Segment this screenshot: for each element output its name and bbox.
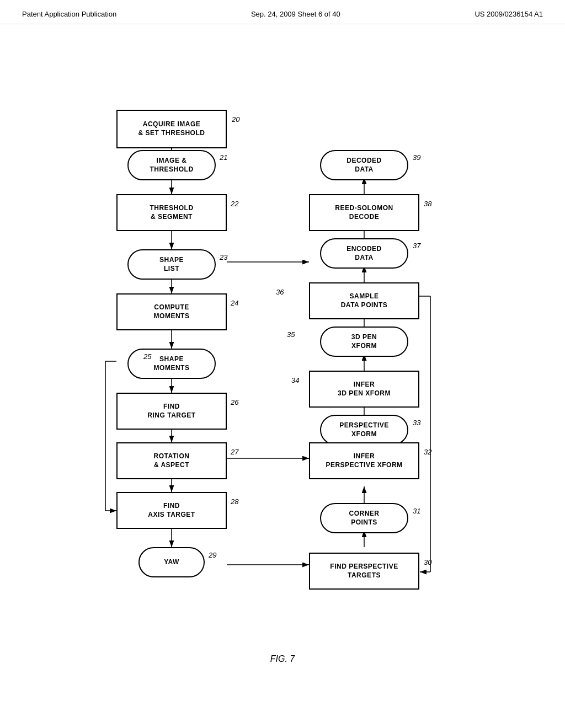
node-encoded-data: ENCODED DATA (320, 238, 408, 269)
node-image-threshold: IMAGE & THRESHOLD (127, 150, 216, 180)
node-corner-points: CORNER POINTS (320, 503, 408, 533)
label-39: 39 (413, 153, 420, 162)
node-perspective-xform: PERSPECTIVE XFORM (320, 415, 408, 445)
node-rotation-aspect: ROTATION & ASPECT (116, 442, 227, 479)
node-find-perspective-targets: FIND PERSPECTIVE TARGETS (309, 553, 419, 590)
label-30: 30 (424, 558, 431, 566)
figure-caption: FIG. 7 (0, 654, 565, 664)
label-36: 36 (276, 288, 284, 296)
header-middle: Sep. 24, 2009 Sheet 6 of 40 (251, 10, 340, 18)
node-find-ring-target: FIND RING TARGET (116, 393, 227, 430)
node-yaw: YAW (138, 547, 205, 577)
label-38: 38 (424, 200, 431, 208)
label-32: 32 (424, 448, 431, 456)
arrows-svg (0, 24, 565, 675)
label-29: 29 (209, 551, 216, 559)
label-34: 34 (291, 376, 299, 384)
node-compute-moments: COMPUTE MOMENTS (116, 293, 227, 330)
label-37: 37 (413, 242, 420, 250)
label-22: 22 (231, 200, 238, 208)
label-33: 33 (413, 419, 420, 427)
node-acquire-image: ACQUIRE IMAGE & SET THRESHOLD (116, 110, 227, 148)
label-28: 28 (231, 497, 238, 506)
label-35: 35 (287, 330, 295, 339)
node-infer-perspective: INFER PERSPECTIVE XFORM (309, 442, 419, 479)
node-infer-3d-pen: INFER 3D PEN XFORM (309, 371, 419, 408)
label-25: 25 (143, 352, 151, 361)
node-shape-moments: SHAPE MOMENTS (127, 349, 216, 379)
page-header: Patent Application Publication Sep. 24, … (0, 0, 565, 24)
label-23: 23 (220, 253, 227, 261)
node-find-axis-target: FIND AXIS TARGET (116, 492, 227, 529)
label-20: 20 (232, 115, 239, 124)
label-27: 27 (231, 448, 238, 456)
label-21: 21 (220, 153, 227, 162)
header-left: Patent Application Publication (22, 10, 116, 18)
node-shape-list: SHAPE LIST (127, 249, 216, 280)
node-reed-solomon: REED-SOLOMON DECODE (309, 194, 419, 231)
node-decoded-data: DECODED DATA (320, 150, 408, 180)
node-3d-pen-xform: 3D PEN XFORM (320, 326, 408, 357)
label-24: 24 (231, 299, 238, 307)
diagram-area: ACQUIRE IMAGE & SET THRESHOLD 20 IMAGE &… (0, 24, 565, 675)
label-31: 31 (413, 507, 420, 515)
node-threshold-segment: THRESHOLD & SEGMENT (116, 194, 227, 231)
header-right: US 2009/0236154 A1 (475, 10, 543, 18)
label-26: 26 (231, 398, 238, 406)
node-sample-data-points: SAMPLE DATA POINTS (309, 282, 419, 319)
